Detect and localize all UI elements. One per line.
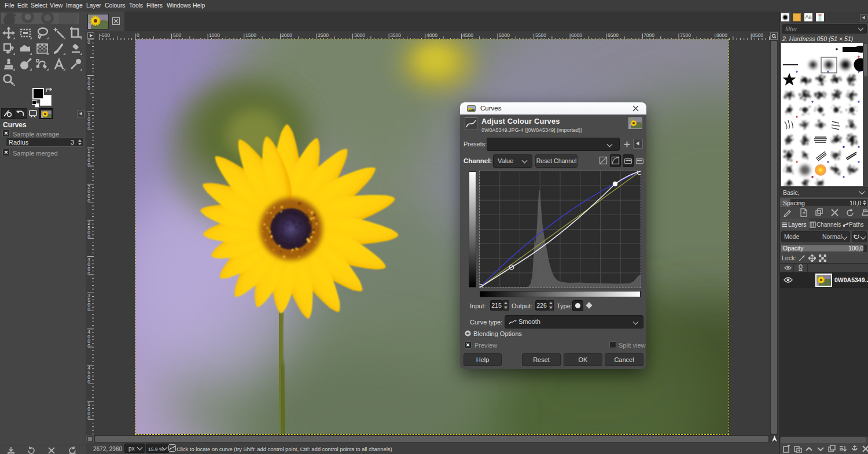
svg-text:1500: 1500: [245, 32, 256, 38]
svg-text:4500: 4500: [462, 32, 473, 38]
svg-text:5000: 5000: [499, 32, 510, 38]
svg-text:7000: 7000: [643, 32, 654, 38]
svg-text:500: 500: [173, 32, 181, 38]
svg-text:-500: -500: [100, 32, 110, 38]
svg-text:1000: 1000: [209, 32, 220, 38]
svg-text:8000: 8000: [716, 32, 727, 38]
svg-text:6500: 6500: [608, 32, 619, 38]
svg-text:5500: 5500: [535, 32, 546, 38]
svg-text:0: 0: [87, 379, 90, 385]
svg-text:6000: 6000: [571, 32, 582, 38]
svg-text:2000: 2000: [281, 32, 292, 38]
svg-text:0: 0: [87, 162, 90, 168]
svg-text:0: 0: [87, 415, 90, 421]
svg-text:0: 0: [87, 307, 90, 312]
svg-text:0: 0: [87, 198, 90, 204]
svg-text:0: 0: [87, 234, 90, 240]
svg-text:0: 0: [87, 39, 90, 45]
svg-text:0: 0: [87, 343, 90, 349]
svg-text:0: 0: [87, 126, 90, 131]
svg-text:3000: 3000: [354, 32, 365, 38]
svg-text:8500: 8500: [752, 32, 763, 38]
svg-text:2500: 2500: [318, 32, 329, 38]
svg-text:7500: 7500: [680, 32, 691, 38]
svg-text:0: 0: [137, 32, 139, 38]
svg-text:3500: 3500: [390, 32, 401, 38]
svg-text:4000: 4000: [426, 32, 437, 38]
svg-text:0: 0: [87, 85, 90, 91]
svg-text:0: 0: [87, 271, 90, 276]
